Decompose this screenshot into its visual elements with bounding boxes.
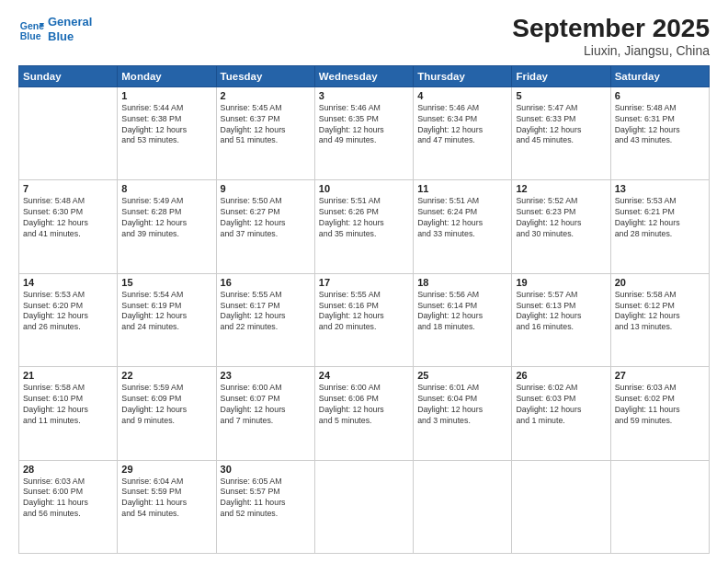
calendar-week-row: 21Sunrise: 5:58 AM Sunset: 6:10 PM Dayli…: [19, 367, 710, 460]
day-number: 30: [221, 464, 311, 475]
calendar-cell: 15Sunrise: 5:54 AM Sunset: 6:19 PM Dayli…: [118, 273, 216, 366]
calendar-cell: 29Sunrise: 6:04 AM Sunset: 5:59 PM Dayli…: [118, 460, 216, 553]
day-number: 10: [319, 183, 409, 194]
calendar-cell: 21Sunrise: 5:58 AM Sunset: 6:10 PM Dayli…: [19, 367, 118, 460]
day-number: 25: [417, 370, 507, 381]
weekday-header-thursday: Thursday: [414, 65, 512, 86]
weekday-header-row: SundayMondayTuesdayWednesdayThursdayFrid…: [19, 65, 710, 86]
day-number: 12: [516, 183, 606, 194]
day-info: Sunrise: 5:51 AM Sunset: 6:26 PM Dayligh…: [319, 196, 409, 240]
calendar-cell: 8Sunrise: 5:49 AM Sunset: 6:28 PM Daylig…: [118, 180, 216, 273]
day-number: 8: [121, 183, 211, 194]
day-number: 17: [319, 277, 409, 288]
calendar-cell: 1Sunrise: 5:44 AM Sunset: 6:38 PM Daylig…: [118, 86, 216, 179]
calendar-week-row: 28Sunrise: 6:03 AM Sunset: 6:00 PM Dayli…: [19, 460, 710, 553]
day-info: Sunrise: 5:59 AM Sunset: 6:09 PM Dayligh…: [121, 383, 211, 427]
calendar-cell: 19Sunrise: 5:57 AM Sunset: 6:13 PM Dayli…: [512, 273, 610, 366]
calendar-cell: 25Sunrise: 6:01 AM Sunset: 6:04 PM Dayli…: [414, 367, 512, 460]
day-info: Sunrise: 5:48 AM Sunset: 6:31 PM Dayligh…: [615, 103, 705, 147]
day-info: Sunrise: 6:00 AM Sunset: 6:07 PM Dayligh…: [221, 383, 311, 427]
day-info: Sunrise: 5:52 AM Sunset: 6:23 PM Dayligh…: [516, 196, 606, 240]
weekday-header-monday: Monday: [118, 65, 216, 86]
calendar-cell: 5Sunrise: 5:47 AM Sunset: 6:33 PM Daylig…: [512, 86, 610, 179]
day-info: Sunrise: 5:58 AM Sunset: 6:12 PM Dayligh…: [615, 290, 705, 334]
weekday-header-wednesday: Wednesday: [314, 65, 413, 86]
day-number: 19: [516, 277, 606, 288]
calendar-cell: [610, 460, 709, 553]
logo: General Blue General Blue: [18, 15, 92, 43]
day-number: 2: [221, 90, 311, 101]
day-number: 6: [615, 90, 705, 101]
logo-blue: Blue: [48, 29, 92, 44]
calendar-title: September 2025: [512, 15, 710, 43]
day-number: 23: [221, 370, 311, 381]
day-number: 24: [319, 370, 409, 381]
day-info: Sunrise: 5:53 AM Sunset: 6:21 PM Dayligh…: [615, 196, 705, 240]
weekday-header-tuesday: Tuesday: [216, 65, 314, 86]
day-number: 4: [417, 90, 507, 101]
calendar-cell: 22Sunrise: 5:59 AM Sunset: 6:09 PM Dayli…: [118, 367, 216, 460]
calendar-cell: 27Sunrise: 6:03 AM Sunset: 6:02 PM Dayli…: [610, 367, 709, 460]
day-number: 11: [417, 183, 507, 194]
day-info: Sunrise: 6:05 AM Sunset: 5:57 PM Dayligh…: [221, 477, 311, 521]
day-info: Sunrise: 6:04 AM Sunset: 5:59 PM Dayligh…: [121, 477, 211, 521]
calendar-cell: 30Sunrise: 6:05 AM Sunset: 5:57 PM Dayli…: [216, 460, 314, 553]
day-info: Sunrise: 5:58 AM Sunset: 6:10 PM Dayligh…: [23, 383, 113, 427]
day-number: 5: [516, 90, 606, 101]
calendar-cell: 3Sunrise: 5:46 AM Sunset: 6:35 PM Daylig…: [314, 86, 413, 179]
calendar-cell: 16Sunrise: 5:55 AM Sunset: 6:17 PM Dayli…: [216, 273, 314, 366]
calendar-cell: 4Sunrise: 5:46 AM Sunset: 6:34 PM Daylig…: [414, 86, 512, 179]
calendar-page: General Blue General Blue September 2025…: [0, 0, 728, 563]
day-info: Sunrise: 5:57 AM Sunset: 6:13 PM Dayligh…: [516, 290, 606, 334]
day-number: 22: [121, 370, 211, 381]
day-number: 20: [615, 277, 705, 288]
calendar-cell: 20Sunrise: 5:58 AM Sunset: 6:12 PM Dayli…: [610, 273, 709, 366]
day-info: Sunrise: 5:44 AM Sunset: 6:38 PM Dayligh…: [121, 103, 211, 147]
day-number: 14: [23, 277, 113, 288]
day-info: Sunrise: 5:53 AM Sunset: 6:20 PM Dayligh…: [23, 290, 113, 334]
day-info: Sunrise: 5:49 AM Sunset: 6:28 PM Dayligh…: [121, 196, 211, 240]
day-info: Sunrise: 5:47 AM Sunset: 6:33 PM Dayligh…: [516, 103, 606, 147]
calendar-cell: 26Sunrise: 6:02 AM Sunset: 6:03 PM Dayli…: [512, 367, 610, 460]
day-info: Sunrise: 5:46 AM Sunset: 6:35 PM Dayligh…: [319, 103, 409, 147]
calendar-cell: 23Sunrise: 6:00 AM Sunset: 6:07 PM Dayli…: [216, 367, 314, 460]
calendar-week-row: 1Sunrise: 5:44 AM Sunset: 6:38 PM Daylig…: [19, 86, 710, 179]
calendar-cell: [512, 460, 610, 553]
day-info: Sunrise: 5:55 AM Sunset: 6:17 PM Dayligh…: [221, 290, 311, 334]
calendar-cell: 13Sunrise: 5:53 AM Sunset: 6:21 PM Dayli…: [610, 180, 709, 273]
calendar-cell: 11Sunrise: 5:51 AM Sunset: 6:24 PM Dayli…: [414, 180, 512, 273]
day-info: Sunrise: 5:46 AM Sunset: 6:34 PM Dayligh…: [417, 103, 507, 147]
calendar-cell: 17Sunrise: 5:55 AM Sunset: 6:16 PM Dayli…: [314, 273, 413, 366]
day-info: Sunrise: 6:03 AM Sunset: 6:02 PM Dayligh…: [615, 383, 705, 427]
calendar-cell: 14Sunrise: 5:53 AM Sunset: 6:20 PM Dayli…: [19, 273, 118, 366]
day-info: Sunrise: 5:54 AM Sunset: 6:19 PM Dayligh…: [121, 290, 211, 334]
day-info: Sunrise: 5:51 AM Sunset: 6:24 PM Dayligh…: [417, 196, 507, 240]
day-info: Sunrise: 5:45 AM Sunset: 6:37 PM Dayligh…: [221, 103, 311, 147]
day-info: Sunrise: 5:55 AM Sunset: 6:16 PM Dayligh…: [319, 290, 409, 334]
day-number: 7: [23, 183, 113, 194]
day-number: 9: [221, 183, 311, 194]
day-info: Sunrise: 5:50 AM Sunset: 6:27 PM Dayligh…: [221, 196, 311, 240]
calendar-cell: 12Sunrise: 5:52 AM Sunset: 6:23 PM Dayli…: [512, 180, 610, 273]
day-info: Sunrise: 6:02 AM Sunset: 6:03 PM Dayligh…: [516, 383, 606, 427]
svg-text:Blue: Blue: [20, 29, 41, 40]
day-number: 1: [121, 90, 211, 101]
day-number: 3: [319, 90, 409, 101]
calendar-cell: [314, 460, 413, 553]
day-number: 16: [221, 277, 311, 288]
calendar-cell: 6Sunrise: 5:48 AM Sunset: 6:31 PM Daylig…: [610, 86, 709, 179]
day-info: Sunrise: 6:03 AM Sunset: 6:00 PM Dayligh…: [23, 477, 113, 521]
calendar-cell: 10Sunrise: 5:51 AM Sunset: 6:26 PM Dayli…: [314, 180, 413, 273]
day-number: 27: [615, 370, 705, 381]
calendar-cell: 2Sunrise: 5:45 AM Sunset: 6:37 PM Daylig…: [216, 86, 314, 179]
title-block: September 2025 Liuxin, Jiangsu, China: [512, 15, 710, 58]
day-number: 28: [23, 464, 113, 475]
calendar-cell: 7Sunrise: 5:48 AM Sunset: 6:30 PM Daylig…: [19, 180, 118, 273]
day-number: 21: [23, 370, 113, 381]
calendar-cell: [19, 86, 118, 179]
calendar-cell: 28Sunrise: 6:03 AM Sunset: 6:00 PM Dayli…: [19, 460, 118, 553]
day-number: 26: [516, 370, 606, 381]
calendar-cell: 24Sunrise: 6:00 AM Sunset: 6:06 PM Dayli…: [314, 367, 413, 460]
calendar-cell: 18Sunrise: 5:56 AM Sunset: 6:14 PM Dayli…: [414, 273, 512, 366]
day-number: 15: [121, 277, 211, 288]
